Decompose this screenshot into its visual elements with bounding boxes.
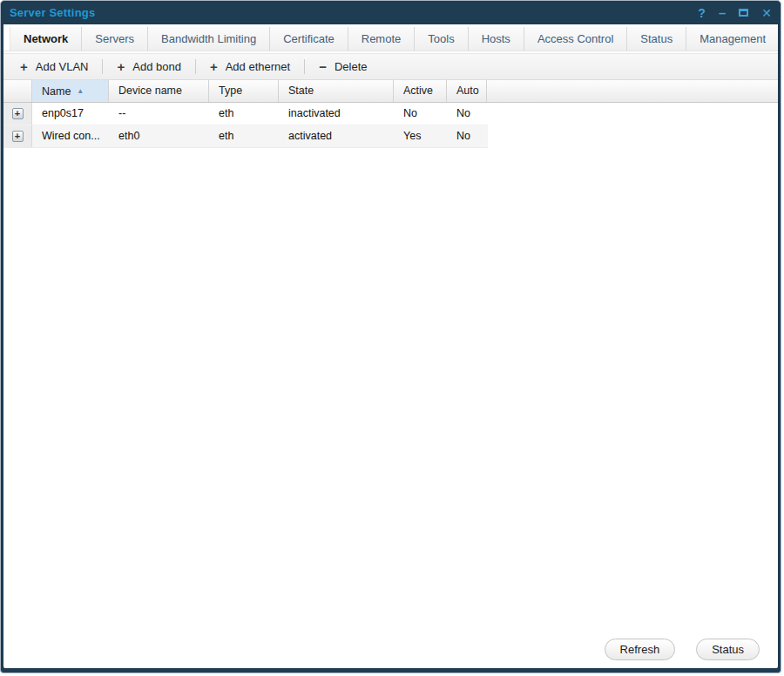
tab-access-control[interactable]: Access Control	[524, 27, 627, 51]
active-cell: Yes	[394, 125, 447, 147]
network-toolbar: + Add VLAN + Add bond + Add ethernet − D…	[3, 53, 778, 80]
minus-icon: −	[319, 60, 327, 73]
expand-button[interactable]: +	[12, 108, 24, 119]
minimize-icon[interactable]: –	[719, 7, 726, 19]
help-icon[interactable]: ?	[698, 7, 706, 19]
add-bond-label: Add bond	[132, 60, 181, 73]
table-header: Name▲ Device name Type State Active Auto	[3, 80, 778, 103]
tab-management[interactable]: Management	[686, 27, 778, 51]
table-row[interactable]: + Wired con... eth0 eth activated Yes No	[3, 125, 488, 148]
device-name-cell: --	[109, 103, 209, 125]
titlebar: Server Settings ? – ✕	[1, 1, 781, 24]
close-icon[interactable]: ✕	[761, 7, 772, 19]
plus-icon: +	[210, 60, 218, 73]
plus-icon: +	[117, 60, 125, 73]
server-settings-window: Server Settings ? – ✕ Network Servers Ba…	[0, 0, 781, 673]
column-header-name[interactable]: Name▲	[32, 80, 109, 102]
tab-status[interactable]: Status	[627, 27, 686, 51]
auto-cell: No	[447, 125, 487, 147]
expand-icon: +	[15, 108, 20, 118]
add-bond-button[interactable]: + Add bond	[107, 60, 190, 73]
state-cell: inactivated	[279, 103, 394, 125]
state-cell: activated	[279, 125, 394, 147]
footer-buttons: Refresh Status	[605, 639, 760, 660]
toolbar-separator	[304, 59, 305, 74]
column-header-type[interactable]: Type	[209, 80, 279, 102]
client-area: Network Servers Bandwidth Limiting Certi…	[3, 24, 778, 668]
column-header-active[interactable]: Active	[394, 80, 447, 102]
type-cell: eth	[209, 125, 279, 147]
column-header-state[interactable]: State	[279, 80, 394, 102]
active-cell: No	[394, 103, 447, 125]
tab-certificate[interactable]: Certificate	[270, 27, 348, 51]
window-title: Server Settings	[10, 6, 95, 19]
add-ethernet-label: Add ethernet	[226, 60, 290, 73]
device-name-cell: eth0	[109, 125, 209, 147]
row-expander-cell: +	[3, 125, 32, 147]
name-cell: enp0s17	[32, 103, 109, 125]
tab-bar: Network Servers Bandwidth Limiting Certi…	[3, 24, 778, 51]
toolbar-separator	[102, 59, 103, 74]
refresh-button[interactable]: Refresh	[605, 639, 676, 660]
name-cell: Wired con...	[32, 125, 109, 147]
window-controls: ? – ✕	[698, 7, 772, 19]
toolbar-separator	[195, 59, 196, 74]
add-vlan-label: Add VLAN	[36, 60, 89, 73]
add-ethernet-button[interactable]: + Add ethernet	[200, 60, 300, 73]
row-expander-cell: +	[3, 103, 32, 125]
column-header-spacer	[487, 80, 778, 102]
maximize-icon[interactable]	[739, 9, 748, 17]
expander-column-header	[3, 80, 32, 102]
tab-tools[interactable]: Tools	[415, 27, 468, 51]
tab-network[interactable]: Network	[10, 27, 82, 51]
add-vlan-button[interactable]: + Add VLAN	[10, 60, 98, 73]
auto-cell: No	[447, 103, 487, 125]
table-row[interactable]: + enp0s17 -- eth inactivated No No	[3, 103, 488, 125]
tab-servers[interactable]: Servers	[82, 27, 148, 51]
column-header-device-name[interactable]: Device name	[109, 80, 209, 102]
column-header-auto[interactable]: Auto	[447, 80, 487, 102]
delete-button[interactable]: − Delete	[309, 60, 376, 73]
plus-icon: +	[20, 60, 28, 73]
tab-remote[interactable]: Remote	[348, 27, 416, 51]
tab-bandwidth-limiting[interactable]: Bandwidth Limiting	[148, 27, 270, 51]
sort-ascending-icon: ▲	[77, 87, 84, 95]
column-header-name-label: Name	[42, 85, 71, 98]
type-cell: eth	[209, 103, 279, 125]
tab-hosts[interactable]: Hosts	[469, 27, 524, 51]
delete-label: Delete	[335, 60, 368, 73]
expand-icon: +	[15, 131, 20, 141]
status-button[interactable]: Status	[696, 639, 760, 660]
expand-button[interactable]: +	[12, 131, 24, 142]
